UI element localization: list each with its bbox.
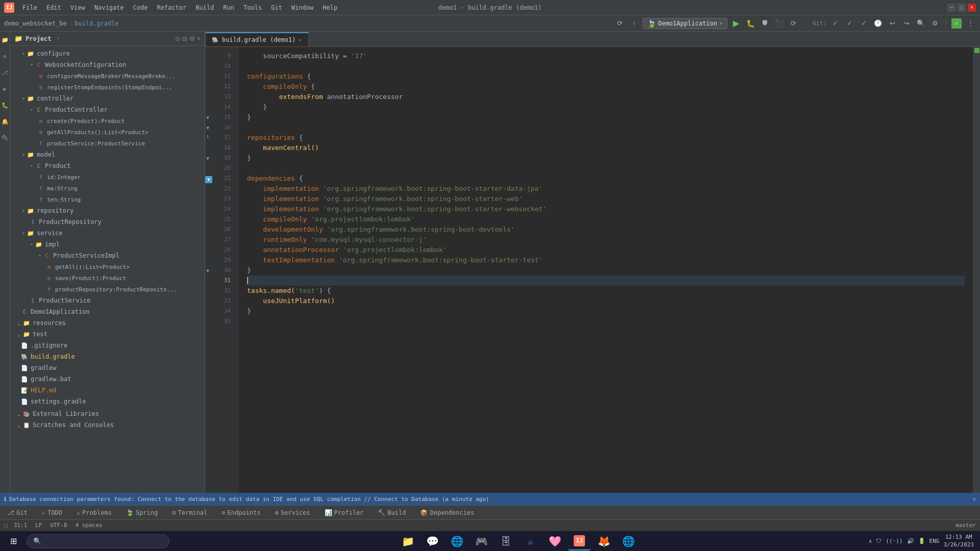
taskbar-app-firefox[interactable]: 🦊: [593, 532, 615, 550]
menu-navigate[interactable]: Navigate: [90, 3, 128, 13]
menu-file[interactable]: File: [18, 3, 41, 13]
status-vcs[interactable]: master: [955, 522, 976, 529]
tab-buildgradle[interactable]: 🐘 build.gradle (demo1) ×: [205, 32, 309, 46]
tree-item-websocketconfig[interactable]: ▾ C WebsocketConfiguration: [10, 59, 205, 70]
bottom-tab-git[interactable]: ⎇ Git: [4, 508, 31, 517]
taskbar-app-db[interactable]: 🗄: [495, 532, 517, 550]
debug-button[interactable]: 🐛: [745, 18, 756, 29]
git-check2-button[interactable]: ✓: [844, 18, 855, 29]
side-icon-plugins[interactable]: 🔌: [1, 134, 9, 142]
tree-item-create[interactable]: m create(Product):Product: [10, 115, 205, 127]
refresh-button[interactable]: ⟳: [788, 18, 799, 29]
fold-arrow-compileonly[interactable]: ▼: [206, 125, 209, 131]
panel-settings-btn[interactable]: ⚙: [189, 35, 195, 42]
tree-item-productservice-iface[interactable]: I ProductService: [10, 295, 205, 306]
code-content[interactable]: sourceCompatibility = '17' configuration…: [239, 47, 973, 493]
panel-title-dropdown[interactable]: ▾: [57, 35, 60, 42]
stop-button[interactable]: ⬛: [773, 18, 785, 29]
taskbar-app-intellij[interactable]: IJ: [568, 532, 591, 550]
bottom-tab-dependencies[interactable]: 📦 Dependencies: [417, 508, 477, 517]
tree-item-repository[interactable]: ▾ 📁 repository: [10, 205, 205, 216]
bottom-tab-problems[interactable]: ⚠ Problems: [74, 508, 115, 517]
tree-item-ten[interactable]: f ten:String: [10, 194, 205, 205]
taskbar-search[interactable]: 🔍: [27, 534, 169, 548]
git-check-button[interactable]: ✓: [829, 18, 841, 29]
bottom-tab-profiler[interactable]: 📊 Profiler: [322, 508, 367, 517]
side-icon-notifications[interactable]: 🔔: [1, 117, 9, 126]
tree-item-product-class[interactable]: ▾ C Product: [10, 160, 205, 171]
menu-window[interactable]: Window: [287, 3, 317, 13]
tree-item-buildgradle[interactable]: 🐘 build.gradle: [10, 351, 205, 362]
tray-lang[interactable]: ENG: [929, 538, 940, 544]
tree-item-save[interactable]: m save(Product):Product: [10, 272, 205, 284]
status-linesep[interactable]: LF: [35, 522, 42, 529]
tree-item-productservice-field[interactable]: f productService:ProductService: [10, 138, 205, 149]
menu-tools[interactable]: Tools: [239, 3, 266, 13]
fold-arrow-repos[interactable]: ▼: [206, 156, 209, 161]
taskbar-clock[interactable]: 12:13 AM 3/26/2023: [943, 534, 974, 548]
run-button[interactable]: ▶: [730, 18, 742, 29]
taskbar-search-input[interactable]: [44, 538, 163, 545]
menu-git[interactable]: Git: [267, 3, 286, 13]
panel-close-btn[interactable]: ×: [197, 35, 201, 42]
bottom-tab-services[interactable]: ⚙ Services: [272, 508, 313, 517]
taskbar-app-pink[interactable]: 🩷: [544, 532, 566, 550]
bottom-tab-terminal[interactable]: ⊡ Terminal: [169, 508, 210, 517]
tree-item-settingsgradle[interactable]: 📄 settings.gradle: [10, 396, 205, 407]
run-coverage-button[interactable]: ⛊: [759, 18, 770, 29]
tree-item-helpmd[interactable]: 📝 HELP.md: [10, 385, 205, 396]
more-button[interactable]: ⋮: [965, 18, 976, 29]
menu-help[interactable]: Help: [318, 3, 341, 13]
tree-item-scratches[interactable]: ▾ 📋 Scratches and Consoles: [10, 419, 205, 431]
start-button[interactable]: ⊞: [2, 533, 24, 549]
side-icon-commit[interactable]: ⊕: [1, 52, 9, 60]
tree-item-impl-folder[interactable]: ▾ 📁 impl: [10, 239, 205, 250]
tree-item-controller[interactable]: ▾ 📁 controller: [10, 93, 205, 104]
menu-build[interactable]: Build: [191, 3, 218, 13]
tree-item-register-stomp[interactable]: m registerStompEndpoints(StompEndpoi...: [10, 82, 205, 93]
tree-item-gitignore[interactable]: 📄 .gitignore: [10, 340, 205, 351]
notif-close-button[interactable]: ×: [972, 496, 976, 503]
status-indent[interactable]: 4 spaces: [76, 522, 103, 529]
tree-item-ma[interactable]: f ma:String: [10, 183, 205, 194]
status-encoding[interactable]: UTF-8: [50, 522, 67, 529]
tree-item-productserviceimpl[interactable]: ▾ C ProductServiceImpl: [10, 250, 205, 261]
run-config-selector[interactable]: 🍃 Demo1Application ▾: [643, 18, 727, 29]
tree-item-ext-libs[interactable]: ▾ 📚 External Libraries: [10, 408, 205, 419]
minimize-button[interactable]: ─: [947, 4, 955, 12]
tree-item-configure[interactable]: ▾ 📁 configure: [10, 48, 205, 59]
tree-item-service[interactable]: ▾ 📁 service: [10, 228, 205, 239]
tree-item-configure-msg[interactable]: m configureMessageBroker(MessageBroke...: [10, 70, 205, 82]
tab-close-button[interactable]: ×: [299, 37, 302, 43]
tray-volume-icon[interactable]: 🔊: [907, 538, 914, 544]
tree-item-gradlew[interactable]: 📄 gradlew: [10, 362, 205, 373]
tree-item-resources[interactable]: ▾ 📁 resources: [10, 317, 205, 329]
tray-show-hidden[interactable]: ∧: [869, 538, 872, 544]
tree-item-getall-impl[interactable]: m getAll():List<Product>: [10, 261, 205, 272]
tree-item-model[interactable]: ▾ 📁 model: [10, 149, 205, 160]
vcs-update-button[interactable]: ⟳: [614, 18, 625, 29]
settings-button[interactable]: ⚙: [929, 18, 941, 29]
status-position[interactable]: 31:1: [14, 522, 28, 529]
menu-refactor[interactable]: Refactor: [153, 3, 190, 13]
git-clock-button[interactable]: 🕐: [872, 18, 884, 29]
side-icon-project[interactable]: 📁: [1, 36, 9, 44]
tree-item-getall[interactable]: m getAllProducts():List<Product>: [10, 127, 205, 138]
tree-item-productrepo[interactable]: I ProductRepository: [10, 216, 205, 228]
maximize-button[interactable]: □: [958, 4, 966, 12]
fold-arrow-configurations[interactable]: ▼: [206, 115, 209, 120]
bottom-tab-todo[interactable]: ✓ TODO: [39, 508, 65, 517]
side-icon-run[interactable]: ▶: [1, 85, 9, 93]
side-icon-git[interactable]: ⎇: [1, 68, 9, 77]
tree-item-productcontroller[interactable]: ▾ C ProductController: [10, 104, 205, 115]
close-button[interactable]: ×: [968, 4, 976, 12]
fold-arrow-tasks[interactable]: ▼: [206, 268, 209, 273]
panel-scroll-btn[interactable]: ⊙: [175, 35, 180, 42]
bottom-tab-endpoints[interactable]: ⊙ Endpoints: [218, 508, 263, 517]
vcs-push-button[interactable]: ↑: [628, 18, 640, 29]
menu-view[interactable]: View: [66, 3, 89, 13]
panel-collapse-btn[interactable]: ⊟: [182, 35, 187, 42]
fold-triangle-deps[interactable]: ▼: [205, 176, 212, 183]
git-check3-button[interactable]: ✓: [858, 18, 869, 29]
tree-item-productrepo-field[interactable]: f productRepository:ProductReposito...: [10, 284, 205, 295]
